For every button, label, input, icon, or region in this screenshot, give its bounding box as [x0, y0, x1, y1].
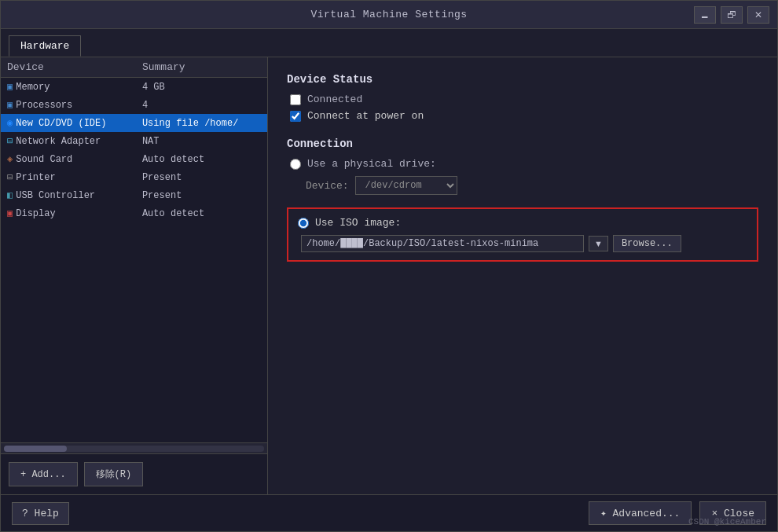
device-cell: ⊟Printer	[1, 168, 136, 186]
connect-at-power-label: Connect at power on	[307, 110, 424, 122]
device-selector-row: Device: /dev/cdrom	[287, 176, 758, 195]
table-row[interactable]: ⊟Network Adapter NAT	[1, 132, 267, 150]
device-icon: ⊟	[7, 136, 13, 147]
device-cell: ▣Processors	[1, 96, 136, 114]
physical-drive-row: Use a physical drive:	[287, 158, 758, 170]
iso-radio-row: Use ISO image:	[298, 217, 747, 229]
restore-button[interactable]: 🗗	[721, 6, 743, 24]
summary-cell: 4 GB	[136, 78, 267, 97]
device-status-title: Device Status	[287, 73, 758, 86]
tab-hardware[interactable]: Hardware	[9, 35, 81, 57]
device-icon: ◈	[7, 154, 13, 165]
device-cell: ▣Memory	[1, 78, 136, 97]
device-icon: ◉	[7, 118, 13, 129]
physical-drive-radio[interactable]	[290, 159, 301, 170]
device-cell: ◉New CD/DVD (IDE)	[1, 114, 136, 132]
iso-section: Use ISO image: ▼ Browse...	[287, 207, 758, 262]
device-cell: ⊟Network Adapter	[1, 132, 136, 150]
browse-button[interactable]: Browse...	[613, 235, 681, 252]
scrollbar-area[interactable]	[1, 442, 267, 453]
connection-section: Connection Use a physical drive: Device:…	[287, 138, 758, 262]
device-cell: ◈Sound Card	[1, 150, 136, 168]
left-panel: Device Summary ▣Memory 4 GB ▣Processors …	[1, 57, 268, 494]
summary-cell: Auto detect	[136, 204, 267, 222]
device-field-label: Device:	[306, 180, 349, 192]
summary-cell: 4	[136, 96, 267, 114]
use-iso-label: Use ISO image:	[315, 217, 401, 229]
connection-title: Connection	[287, 138, 758, 150]
table-row[interactable]: ▣Display Auto detect	[1, 204, 267, 222]
device-cell: ◧USB Controller	[1, 186, 136, 204]
minimize-button[interactable]: 🗕	[694, 6, 716, 24]
use-iso-radio[interactable]	[298, 218, 309, 229]
iso-dropdown-button[interactable]: ▼	[589, 236, 608, 251]
bottom-bar: ? Help ✦ Advanced... × Close	[1, 494, 777, 531]
summary-cell: Present	[136, 186, 267, 204]
table-header-row: Device Summary	[1, 57, 267, 78]
table-row[interactable]: ◉New CD/DVD (IDE) Using file /home/	[1, 114, 267, 132]
summary-cell: Using file /home/	[136, 114, 267, 132]
device-select[interactable]: /dev/cdrom	[355, 176, 457, 195]
iso-path-row: ▼ Browse...	[298, 235, 747, 252]
watermark: CSDN @kiceAmber	[688, 517, 766, 526]
iso-path-input[interactable]	[301, 235, 584, 252]
remove-button[interactable]: 移除(R)	[84, 462, 144, 486]
connected-row: Connected	[287, 94, 758, 105]
main-row: Device Summary ▣Memory 4 GB ▣Processors …	[1, 57, 777, 494]
device-icon: ▣	[7, 82, 13, 93]
connected-checkbox[interactable]	[290, 94, 301, 105]
col-device: Device	[1, 57, 136, 78]
right-panel: Device Status Connected Connect at power…	[268, 57, 777, 494]
summary-cell: Present	[136, 168, 267, 186]
device-table: Device Summary ▣Memory 4 GB ▣Processors …	[1, 57, 267, 442]
titlebar-close-button[interactable]: ✕	[747, 6, 769, 24]
table-row[interactable]: ▣Memory 4 GB	[1, 78, 267, 97]
physical-drive-label: Use a physical drive:	[307, 158, 436, 170]
add-button[interactable]: + Add...	[9, 462, 78, 486]
table-row[interactable]: ◈Sound Card Auto detect	[1, 150, 267, 168]
connect-at-power-checkbox[interactable]	[290, 111, 301, 122]
window-controls: 🗕 🗗 ✕	[694, 6, 769, 24]
left-buttons: + Add... 移除(R)	[1, 453, 267, 494]
connected-label: Connected	[307, 94, 362, 105]
table-row[interactable]: ◧USB Controller Present	[1, 186, 267, 204]
scrollbar-thumb	[4, 446, 67, 452]
titlebar: Virtual Machine Settings 🗕 🗗 ✕	[1, 1, 777, 29]
device-cell: ▣Display	[1, 204, 136, 222]
table-row[interactable]: ▣Processors 4	[1, 96, 267, 114]
device-icon: ⊟	[7, 172, 13, 183]
tabs-row: Hardware	[1, 29, 777, 57]
content-area: Hardware Device Summary	[1, 29, 777, 494]
advanced-button[interactable]: ✦ Advanced...	[589, 501, 692, 525]
device-icon: ▣	[7, 208, 13, 219]
col-summary: Summary	[136, 57, 267, 78]
summary-cell: Auto detect	[136, 150, 267, 168]
scrollbar-track	[4, 446, 264, 452]
summary-cell: NAT	[136, 132, 267, 150]
table-row[interactable]: ⊟Printer Present	[1, 168, 267, 186]
device-icon: ▣	[7, 100, 13, 111]
help-button[interactable]: ? Help	[12, 502, 69, 525]
device-icon: ◧	[7, 190, 13, 201]
connect-at-power-row: Connect at power on	[287, 110, 758, 122]
window-title: Virtual Machine Settings	[310, 9, 467, 20]
main-window: Virtual Machine Settings 🗕 🗗 ✕ Hardware	[0, 0, 778, 532]
